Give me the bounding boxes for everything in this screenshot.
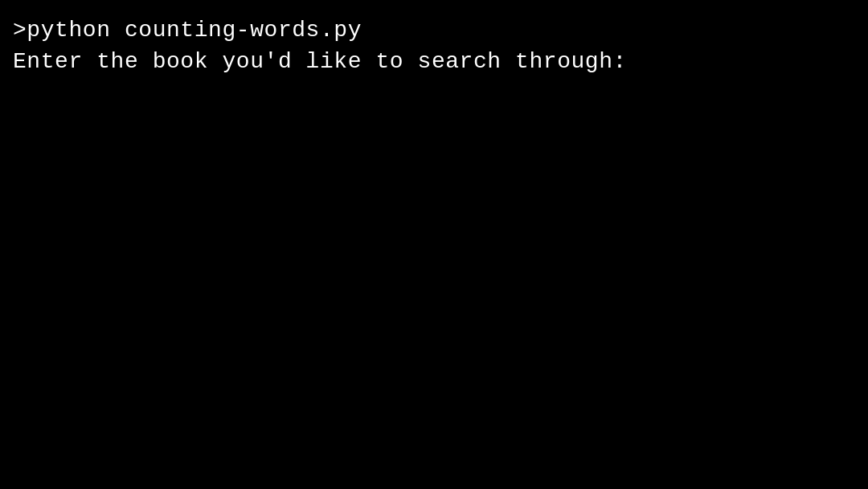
terminal-window[interactable]: >python counting-words.py Enter the book… (0, 0, 868, 489)
prompt-line: Enter the book you'd like to search thro… (13, 46, 855, 77)
command-line: >python counting-words.py (13, 14, 855, 46)
